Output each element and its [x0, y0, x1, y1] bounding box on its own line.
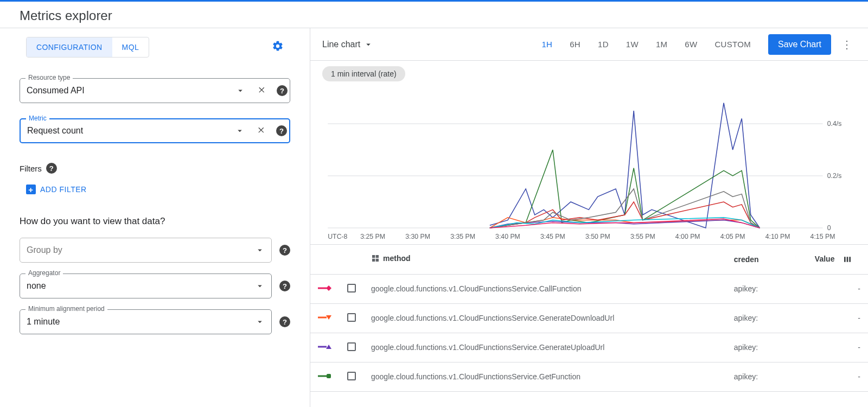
help-icon[interactable]: ?	[279, 245, 290, 256]
svg-text:4:00 PM: 4:00 PM	[675, 233, 700, 240]
series-marker-icon	[310, 333, 340, 362]
svg-text:4:05 PM: 4:05 PM	[720, 233, 745, 240]
time-range-tabs: 1H6H1D1W1M6WCUSTOM	[541, 40, 751, 49]
method-cell: google.cloud.functions.v1.CloudFunctions…	[363, 362, 726, 391]
clear-resource-icon[interactable]	[253, 81, 271, 100]
chevron-down-icon[interactable]	[251, 241, 269, 259]
method-cell: google.cloud.functions.v1.CloudFunctions…	[363, 333, 726, 362]
chart-type-select[interactable]: Line chart	[322, 40, 373, 49]
method-cell: google.cloud.functions.v1.CloudFunctions…	[363, 274, 726, 303]
clear-metric-icon[interactable]	[252, 122, 271, 140]
series-marker-icon	[310, 303, 340, 333]
help-icon[interactable]: ?	[279, 316, 290, 327]
plus-icon: +	[26, 185, 36, 194]
table-row[interactable]: google.cloud.functions.v1.CloudFunctions…	[310, 303, 868, 333]
svg-text:3:55 PM: 3:55 PM	[630, 233, 655, 240]
widgets-icon[interactable]	[371, 254, 380, 263]
time-tab-1w[interactable]: 1W	[626, 40, 639, 49]
resource-type-label: Resource type	[25, 74, 73, 81]
table-row[interactable]: google.cloud.functions.v1.CloudFunctions…	[310, 362, 868, 391]
value-cell: -	[783, 274, 869, 303]
view-question: How do you want to view that data?	[20, 216, 290, 227]
table-row[interactable]: google.cloud.functions.v1.CloudFunctions…	[310, 333, 868, 362]
chevron-down-icon	[363, 40, 373, 49]
series-marker-icon	[310, 362, 340, 391]
chart-panel: Line chart 1H6H1D1W1M6WCUSTOM Save Chart…	[310, 28, 868, 407]
tab-configuration[interactable]: CONFIGURATION	[27, 37, 112, 57]
save-chart-button[interactable]: Save Chart	[768, 34, 831, 55]
metric-label: Metric	[26, 115, 49, 122]
page-title: Metrics explorer	[0, 2, 868, 28]
tab-mql[interactable]: MQL	[112, 37, 149, 57]
chevron-down-icon[interactable]	[231, 122, 249, 140]
group-by-placeholder: Group by	[27, 245, 251, 255]
svg-text:0: 0	[827, 224, 831, 232]
resource-type-value: Consumed API	[27, 86, 231, 96]
value-cell: -	[783, 333, 869, 362]
group-by-select[interactable]: Group by	[20, 238, 272, 263]
alignment-label: Minimum alignment period	[25, 305, 107, 313]
svg-text:3:30 PM: 3:30 PM	[405, 233, 430, 240]
chevron-down-icon[interactable]	[251, 313, 269, 331]
row-checkbox[interactable]	[347, 284, 356, 292]
help-icon[interactable]: ?	[277, 85, 288, 96]
resource-type-select[interactable]: Resource type Consumed API ?	[20, 78, 290, 103]
value-cell: -	[783, 303, 869, 333]
chevron-down-icon[interactable]	[231, 81, 250, 100]
help-icon[interactable]: ?	[46, 163, 57, 174]
legend-table: method creden Value google.cloud.funct	[310, 244, 868, 407]
time-tab-6h[interactable]: 6H	[570, 40, 580, 49]
interval-chip: 1 min interval (rate)	[322, 66, 405, 81]
svg-text:UTC-8: UTC-8	[328, 233, 347, 240]
aggregator-label: Aggregator	[25, 269, 63, 277]
value-cell: -	[783, 362, 869, 391]
gear-icon[interactable]	[272, 40, 284, 55]
cred-header[interactable]: creden	[726, 245, 783, 274]
filters-label: Filters ?	[20, 163, 290, 174]
value-header[interactable]: Value	[815, 255, 835, 263]
line-chart[interactable]: 00.2/s0.4/sUTC-83:25 PM3:30 PM3:35 PM3:4…	[322, 87, 856, 244]
cred-cell: apikey:	[726, 362, 783, 391]
svg-text:3:45 PM: 3:45 PM	[540, 233, 565, 240]
alignment-value: 1 minute	[27, 317, 251, 327]
metric-value: Request count	[27, 126, 231, 136]
svg-text:3:25 PM: 3:25 PM	[360, 233, 385, 240]
config-tabs: CONFIGURATION MQL	[26, 37, 149, 58]
svg-text:3:50 PM: 3:50 PM	[585, 233, 610, 240]
series-marker-icon	[310, 274, 340, 303]
row-checkbox[interactable]	[347, 342, 356, 351]
time-tab-custom[interactable]: CUSTOM	[714, 40, 751, 49]
svg-text:0.2/s: 0.2/s	[827, 172, 842, 180]
svg-rect-22	[327, 374, 331, 378]
time-tab-1h[interactable]: 1H	[541, 40, 552, 49]
columns-icon[interactable]	[843, 255, 852, 264]
help-icon[interactable]: ?	[279, 281, 290, 291]
help-icon[interactable]: ?	[276, 125, 287, 136]
aggregator-value: none	[27, 281, 251, 291]
cred-cell: apikey:	[726, 274, 783, 303]
alignment-select[interactable]: Minimum alignment period 1 minute	[20, 309, 272, 334]
method-header[interactable]: method	[383, 254, 411, 263]
svg-text:0.4/s: 0.4/s	[827, 120, 842, 128]
time-tab-1d[interactable]: 1D	[598, 40, 609, 49]
svg-text:4:15 PM: 4:15 PM	[810, 233, 835, 240]
add-filter-button[interactable]: + ADD FILTER	[26, 185, 290, 194]
time-tab-1m[interactable]: 1M	[656, 40, 667, 49]
row-checkbox[interactable]	[347, 372, 356, 380]
cred-cell: apikey:	[726, 303, 783, 333]
cred-cell: apikey:	[726, 333, 783, 362]
time-tab-6w[interactable]: 6W	[685, 40, 697, 49]
table-row[interactable]: google.cloud.functions.v1.CloudFunctions…	[310, 274, 868, 303]
svg-text:4:10 PM: 4:10 PM	[765, 233, 790, 240]
svg-text:3:40 PM: 3:40 PM	[495, 233, 520, 240]
svg-text:3:35 PM: 3:35 PM	[450, 233, 475, 240]
metric-select[interactable]: Metric Request count ?	[20, 118, 290, 143]
chevron-down-icon[interactable]	[251, 277, 269, 295]
more-options-icon[interactable]: ⋮	[838, 38, 856, 51]
aggregator-select[interactable]: Aggregator none	[20, 274, 272, 298]
config-panel: CONFIGURATION MQL Resource type Consumed…	[0, 28, 310, 407]
row-checkbox[interactable]	[347, 313, 356, 322]
method-cell: google.cloud.functions.v1.CloudFunctions…	[363, 303, 726, 333]
